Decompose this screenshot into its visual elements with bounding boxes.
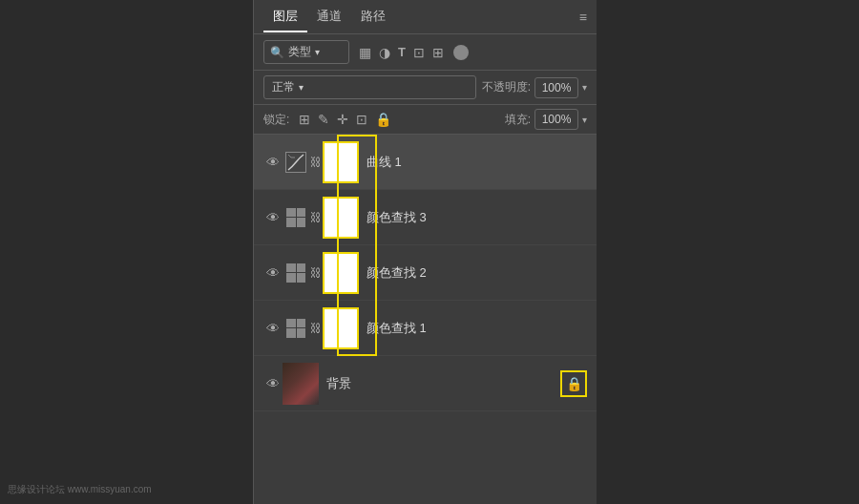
search-icon: 🔍 [270, 46, 284, 59]
right-area [597, 0, 859, 504]
layer-name-background: 背景 [326, 375, 351, 392]
adjustment-icon-colorlookup2 [283, 260, 309, 286]
layer-color-circle[interactable] [453, 45, 469, 60]
lock-paint-icon[interactable]: ✎ [318, 112, 329, 127]
layers-list: 👁 ⛓ 曲线 1 👁 [254, 135, 597, 504]
thumb-colorlookup3 [323, 197, 359, 239]
adjustment-icon-colorlookup3 [283, 204, 309, 231]
thumb-curves1 [323, 141, 359, 183]
fill-section: 填充: 100% ▾ [505, 109, 587, 130]
layer-name-colorlookup2: 颜色查找 2 [367, 264, 427, 282]
opacity-label: 不透明度: [482, 79, 531, 95]
eye-icon-curves1[interactable]: 👁 [263, 155, 283, 170]
lock-artboard-icon[interactable]: ⊡ [356, 112, 367, 127]
lock-label: 锁定: [263, 112, 289, 128]
layer-item-colorlookup2[interactable]: 👁 ⛓ 颜色查找 2 [254, 245, 597, 301]
chain-icon-colorlookup3: ⛓ [309, 211, 323, 224]
panel-menu-icon[interactable]: ≡ [579, 10, 587, 25]
adjustment-icon-colorlookup1 [283, 315, 309, 342]
fill-value[interactable]: 100% [534, 109, 578, 130]
adjustment-icon-curves1 [283, 149, 309, 176]
layer-item-colorlookup3[interactable]: 👁 ⛓ 颜色查找 3 [254, 190, 597, 245]
tab-layers[interactable]: 图层 [263, 2, 307, 32]
layers-panel: 图层 通道 路径 ≡ 🔍 类型 ▾ ▦ ◑ T ⊡ ⊞ 正常 ▾ [253, 0, 597, 504]
filter-icons: ▦ ◑ T ⊡ ⊞ [359, 45, 444, 60]
panel-tabs: 图层 通道 路径 ≡ [254, 0, 597, 34]
lock-move-icon[interactable]: ✛ [337, 112, 348, 127]
filter-row: 🔍 类型 ▾ ▦ ◑ T ⊡ ⊞ [254, 34, 597, 71]
filter-crop-icon[interactable]: ⊡ [413, 45, 425, 60]
watermark-site: 思缘设计论坛 [8, 484, 65, 494]
blend-mode-row: 正常 ▾ 不透明度: 100% ▾ [254, 71, 597, 105]
opacity-value[interactable]: 100% [534, 77, 578, 98]
chain-icon-colorlookup1: ⛓ [309, 322, 323, 335]
blend-mode-arrow: ▾ [299, 82, 304, 93]
lock-badge-icon: 🔒 [566, 376, 582, 391]
thumb-colorlookup1 [323, 307, 359, 349]
chain-icon-curves1: ⛓ [309, 156, 323, 169]
filter-cloud-icon[interactable]: ⊞ [432, 45, 444, 60]
watermark-url-text: www.missyuan.com [68, 484, 152, 494]
fill-arrow: ▾ [582, 115, 587, 125]
layer-item-background[interactable]: 👁 背景 🔒 [254, 356, 597, 411]
filter-type-label: 类型 [288, 44, 311, 60]
layer-name-curves1: 曲线 1 [367, 154, 402, 171]
layer-name-colorlookup1: 颜色查找 1 [367, 320, 427, 337]
background-lock-badge[interactable]: 🔒 [560, 370, 587, 397]
filter-type-select[interactable]: 🔍 类型 ▾ [263, 40, 349, 64]
lock-all-icon[interactable]: 🔒 [375, 112, 391, 127]
layer-name-colorlookup3: 颜色查找 3 [367, 209, 427, 226]
eye-icon-colorlookup3[interactable]: 👁 [263, 210, 283, 225]
filter-image-icon[interactable]: ▦ [359, 45, 371, 60]
lock-row: 锁定: ⊞ ✎ ✛ ⊡ 🔒 填充: 100% ▾ [254, 105, 597, 135]
eye-icon-colorlookup1[interactable]: 👁 [263, 321, 283, 336]
fill-label: 填充: [505, 112, 531, 128]
blend-mode-select[interactable]: 正常 ▾ [263, 75, 476, 99]
lock-transparency-icon[interactable]: ⊞ [299, 112, 310, 127]
opacity-section: 不透明度: 100% ▾ [482, 77, 587, 98]
thumb-background [283, 363, 319, 405]
eye-icon-colorlookup2[interactable]: 👁 [263, 265, 283, 281]
filter-dropdown-arrow: ▾ [315, 47, 320, 57]
filter-target-icon[interactable]: ◑ [379, 45, 390, 60]
filter-text-icon[interactable]: T [398, 45, 406, 59]
chain-icon-colorlookup2: ⛓ [309, 266, 323, 280]
layer-item-colorlookup1[interactable]: 👁 ⛓ 颜色查找 1 [254, 301, 597, 356]
eye-icon-background[interactable]: 👁 [263, 376, 283, 391]
tab-channels[interactable]: 通道 [307, 2, 351, 32]
layer-item-curves1[interactable]: 👁 ⛓ 曲线 1 [254, 135, 597, 190]
tab-paths[interactable]: 路径 [351, 2, 395, 32]
thumb-colorlookup2 [323, 252, 359, 294]
opacity-arrow: ▾ [582, 82, 587, 93]
lock-icons-group: ⊞ ✎ ✛ ⊡ 🔒 [299, 112, 391, 127]
blend-mode-label: 正常 [272, 79, 295, 95]
